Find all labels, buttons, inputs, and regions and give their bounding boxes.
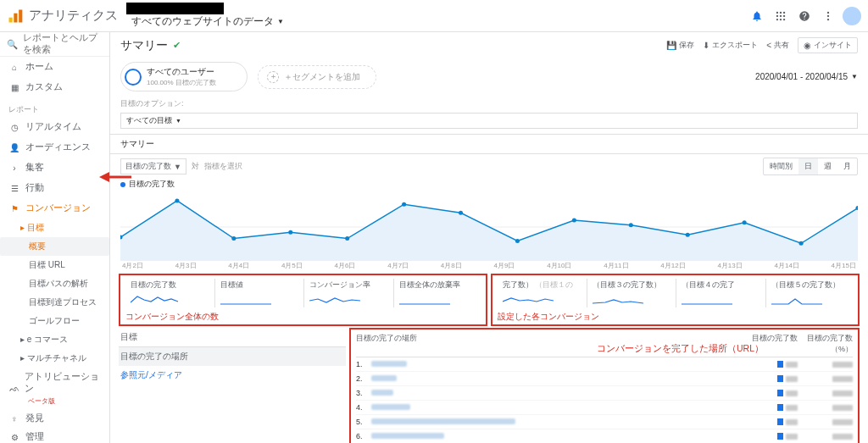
nav-conversions[interactable]: ⚑コンバージョン [0,198,109,219]
insight-button[interactable]: ◉インサイト [798,37,858,53]
nav-multichannel[interactable]: ▸ マルチチャネル [0,349,109,368]
main-content: サマリー ✔ 💾保存 ⬇エクスポート <共有 ◉インサイト すべてのユーザー10… [110,32,868,443]
help-icon[interactable] [795,7,814,25]
nav-attribution[interactable]: ᨒアトリビューションベータ版 [0,368,109,409]
search-input[interactable]: 🔍 レポートとヘルプを検索 [0,32,109,57]
per-goal-box: 完了数） （目標１の （目標３の完了数） （目標４の完了 （目標５の完了数） 設… [491,274,860,326]
plus-circle-icon: ＋ [267,71,279,83]
gran-hour[interactable]: 時間別 [764,158,798,174]
nav-goals[interactable]: ▸ 目標 [0,219,109,237]
table-row[interactable]: 5. [356,415,853,429]
apps-grid-icon[interactable] [771,7,790,25]
svg-point-23 [459,211,463,215]
export-button[interactable]: ⬇エクスポート [703,40,758,51]
nav-goal-path[interactable]: 目標パスの解析 [0,274,109,293]
goal-dim-header: 目標 [119,328,346,347]
page-title: サマリー [120,38,168,53]
mini-card[interactable]: （目標４の完了 [676,279,764,307]
mini-card[interactable]: コンバージョン率 [303,279,392,307]
svg-point-4 [780,11,782,13]
svg-point-5 [783,11,785,13]
table-row[interactable]: 1. [356,357,853,372]
vs-label: 対 [192,161,199,172]
nav-acquisition[interactable]: ›集客 [0,158,109,178]
table-row[interactable]: 2. [356,372,853,386]
summary-section-title: サマリー [110,134,868,154]
conversion-totals-box: 目標の完了数 目標値 コンバージョン率 目標全体の放棄率 コンバージョン全体の数 [119,274,487,326]
save-icon: 💾 [666,41,676,50]
add-segment-button[interactable]: ＋ ＋セグメントを追加 [258,65,376,89]
nav-goal-funnel[interactable]: 目標到達プロセス [0,293,109,312]
table-row[interactable]: 4. [356,401,853,415]
goal-dropdown[interactable]: すべての目標▼ [120,113,858,129]
share-button[interactable]: <共有 [766,40,789,51]
svg-point-12 [827,14,829,16]
nav-custom[interactable]: ▦カスタム [0,77,109,97]
feedback-icon[interactable] [819,7,837,25]
svg-point-27 [686,233,690,237]
nav-audience[interactable]: 👤オーディエンス [0,137,109,158]
nav-goals-overview[interactable]: 概要 [0,237,109,256]
notifications-icon[interactable] [748,7,766,25]
gran-month[interactable]: 月 [837,158,857,174]
nav-discover[interactable]: ♀発見 [0,409,109,428]
nav-admin[interactable]: ⚙管理 [0,428,109,443]
mini-card[interactable]: 目標の完了数 [125,279,213,307]
page-header: サマリー ✔ 💾保存 ⬇エクスポート <共有 ◉インサイト [110,32,868,58]
svg-point-28 [743,220,747,224]
svg-point-10 [780,18,782,19]
gear-icon: ⚙ [8,433,20,442]
mini-card[interactable]: 目標値 [214,279,303,307]
insight-icon: ◉ [804,41,811,50]
goal-dim-panel: 目標 目標の完了の場所 参照元/メディア [119,328,346,385]
user-icon: 👤 [8,143,20,152]
clock-icon: ◷ [8,123,20,132]
nav-ecommerce[interactable]: ▸ e コマース [0,330,109,349]
property-picker[interactable]: すべてのウェブサイトのデータ▼ [131,14,284,29]
table-row[interactable]: 6. [356,429,853,443]
verified-check-icon: ✔ [173,40,181,51]
svg-point-19 [231,236,236,241]
gran-day[interactable]: 日 [798,158,818,174]
custom-icon: ▦ [8,83,20,92]
nav-home[interactable]: ⌂ホーム [0,57,109,77]
chart-legend: 目標の完了数 [110,175,868,193]
svg-point-25 [572,218,576,222]
compare-metric-link[interactable]: 指標を選択 [204,161,242,172]
home-icon: ⌂ [8,63,20,72]
nav-goal-url[interactable]: 目標 URL [0,256,109,274]
time-granularity: 時間別 日 週 月 [763,158,858,175]
table-row[interactable]: 3. [356,386,853,401]
ga-logo-icon [7,8,24,25]
avatar[interactable] [843,7,861,25]
svg-point-14 [827,18,829,19]
mini-card[interactable]: 目標全体の放棄率 [393,279,481,307]
svg-rect-0 [9,17,13,22]
nav-realtime[interactable]: ◷リアルタイム [0,117,109,137]
segment-all-users[interactable]: すべてのユーザー100.00% 目標の完了数 [120,62,248,91]
svg-point-20 [288,230,292,235]
bottom-row: 目標 目標の完了の場所 参照元/メディア 目標の完了の場所 目標の完了数 目標の… [110,328,868,443]
dim-completion-location[interactable]: 目標の完了の場所 [119,347,346,366]
dim-source-medium[interactable]: 参照元/メディア [119,366,346,385]
svg-point-22 [402,202,406,207]
svg-point-9 [776,18,778,19]
svg-point-29 [799,241,804,246]
segment-circle-icon [125,69,142,86]
nav-goal-flow[interactable]: ゴールフロー [0,312,109,330]
annotation-completion-url: コンバージョンを完了した場所（URL） [597,343,764,355]
svg-point-7 [780,14,782,16]
nav-behavior[interactable]: ☰行動 [0,178,109,198]
export-icon: ⬇ [703,41,709,50]
date-range-picker[interactable]: 2020/04/01 - 2020/04/15▼ [755,72,858,81]
list-icon: ☰ [8,184,20,193]
mini-card[interactable]: 完了数） （目標１の [498,279,585,307]
save-button[interactable]: 💾保存 [666,40,694,51]
mini-card[interactable]: （目標５の完了数） [765,279,854,307]
annotation-totals: コンバージョン全体の数 [125,307,481,323]
segment-row: すべてのユーザー100.00% 目標の完了数 ＋ ＋セグメントを追加 2020/… [110,58,868,97]
svg-point-13 [827,11,829,13]
mini-card[interactable]: （目標３の完了数） [587,279,675,307]
gran-week[interactable]: 週 [818,158,837,174]
line-chart: 4月2日4月3日4月4日4月5日4月6日4月7日4月8日4月9日4月10日4月1… [120,193,858,270]
